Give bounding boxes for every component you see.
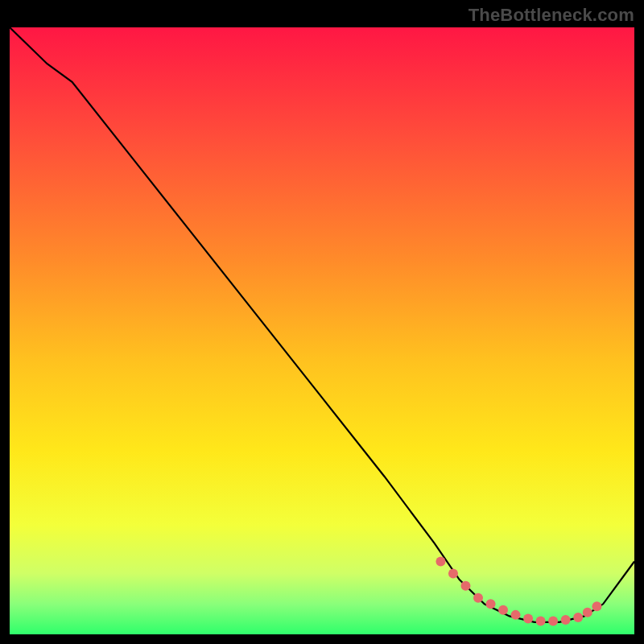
- marker-dot: [511, 610, 521, 620]
- marker-dot: [583, 608, 592, 617]
- marker-dot: [548, 616, 558, 625]
- chart-svg: [10, 27, 634, 634]
- watermark-text: TheBottleneck.com: [469, 5, 634, 26]
- marker-dot: [561, 615, 571, 625]
- gradient-background: [10, 27, 634, 634]
- marker-dot: [523, 613, 533, 623]
- marker-dot: [460, 581, 470, 591]
- marker-dot: [486, 599, 496, 609]
- marker-dot: [536, 616, 546, 625]
- marker-dot: [448, 569, 458, 579]
- marker-dot: [592, 601, 601, 611]
- marker-dot: [498, 605, 508, 615]
- marker-dot: [436, 557, 445, 567]
- marker-dot: [473, 593, 483, 603]
- chart-frame: TheBottleneck.com: [0, 0, 644, 644]
- chart-plot: [10, 27, 634, 634]
- marker-dot: [573, 613, 583, 622]
